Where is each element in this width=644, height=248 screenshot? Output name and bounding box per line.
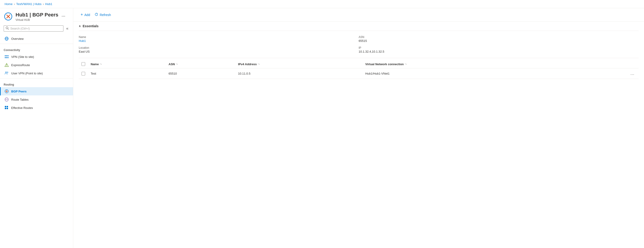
breadcrumb-sep-1: › [14,2,15,6]
svg-rect-11 [5,57,6,58]
sidebar-item-effective-routes[interactable]: Effective Routes [0,104,73,112]
row-name: Test [88,68,166,79]
routing-section-label: Routing [0,79,73,87]
select-all-checkbox[interactable] [82,62,85,66]
expressroute-icon [4,63,9,67]
collapse-sidebar-button[interactable]: « [65,25,69,32]
sidebar-item-bgp-peers[interactable]: BGP Peers [0,87,73,95]
sort-ipv4-icon[interactable]: ↑↓ [258,63,260,65]
page-title: Hub1 | BGP Peers ... [16,12,69,18]
essentials-asn: ASN 65515 [359,34,639,44]
main-layout: Hub1 | BGP Peers ... Virtual HUB « [0,8,644,248]
row-asn: 65510 [166,68,235,79]
svg-rect-29 [7,108,8,109]
essentials-asn-value: 65515 [359,39,636,42]
essentials-asn-label: ASN [359,35,636,39]
sidebar-item-route-tables[interactable]: Route Tables [0,95,73,104]
svg-point-16 [6,66,7,66]
svg-point-17 [6,72,7,73]
add-icon: + [80,12,83,17]
essentials-header[interactable]: ∧ Essentials [79,21,638,31]
th-checkbox [79,60,88,68]
svg-point-18 [7,72,8,73]
breadcrumb-hub1[interactable]: Hub1 [45,2,52,6]
sidebar-item-route-tables-label: Route Tables [11,98,28,101]
ellipsis-button[interactable]: ... [60,12,67,18]
sidebar-item-overview-label: Overview [11,37,24,40]
nav-divider-2 [0,78,73,78]
essentials-title: Essentials [83,24,98,28]
svg-rect-27 [7,106,8,107]
sort-name-icon[interactable]: ↑↓ [100,63,102,65]
hub-subtitle: Virtual HUB [16,18,69,21]
search-box[interactable] [4,25,64,31]
content-area: + Add Refresh ∧ Essentials [73,8,644,248]
essentials-name-link[interactable]: Hub1 [79,39,86,42]
sidebar-search-area: « [0,23,73,34]
essentials-ip-value: 10.1.32.4,10.1.32.5 [359,50,636,53]
breadcrumb: Home › TestVWAN1 | Hubs › Hub1 [0,0,644,8]
sidebar-item-user-vpn[interactable]: User VPN (Point to site) [0,69,73,77]
essentials-name-value: Hub1 [79,39,356,42]
row-ipv4: 10.11.0.5 [235,68,363,79]
effective-routes-icon [4,105,9,110]
sidebar: Hub1 | BGP Peers ... Virtual HUB « [0,8,73,248]
essentials-ip-label: IP [359,46,636,49]
hub-icon-svg [4,12,12,20]
sort-vnet-icon[interactable]: ↑↓ [405,63,407,65]
breadcrumb-vwan[interactable]: TestVWAN1 | Hubs [16,2,42,6]
essentials-location: Location East US [79,44,359,55]
svg-rect-13 [8,57,8,58]
sidebar-item-expressroute-label: ExpressRoute [11,63,30,67]
hub-title-block: Hub1 | BGP Peers ... Virtual HUB [16,12,69,21]
add-button[interactable]: + Add [79,11,92,18]
hub-icon [4,12,13,21]
svg-rect-9 [6,55,7,56]
bgp-peers-table: Name ↑↓ ASN ↑↓ IPv4 Addr [79,60,638,79]
toolbar: + Add Refresh [73,8,644,21]
row-actions-cell: … [581,68,638,79]
th-name: Name ↑↓ [88,60,166,68]
svg-rect-12 [6,57,7,58]
sidebar-item-overview[interactable]: Overview [0,34,73,43]
route-tables-icon [4,97,9,102]
row-actions-button[interactable]: … [629,71,636,76]
search-input[interactable] [10,27,61,30]
sidebar-nav: Overview Connectivity VPN (Site to si [0,34,73,113]
sidebar-item-user-vpn-label: User VPN (Point to site) [11,72,43,75]
svg-rect-26 [5,106,6,107]
svg-rect-8 [5,55,6,56]
th-actions [581,60,638,68]
essentials-collapse-icon: ∧ [79,24,81,28]
table-row: Test 65510 10.11.0.5 Hub1/Hub1-VNet1 … [79,68,638,79]
th-vnet: Virtual Network connection ↑↓ [362,60,581,68]
vpn-icon [4,54,9,59]
row-vnet: Hub1/Hub1-VNet1 [362,68,581,79]
svg-rect-10 [8,55,8,56]
refresh-button[interactable]: Refresh [93,11,113,18]
svg-point-24 [6,99,7,100]
refresh-icon [94,12,98,17]
svg-line-4 [8,29,9,29]
svg-rect-28 [5,108,6,109]
nav-divider-1 [0,44,73,44]
row-checkbox-cell [79,68,88,79]
sidebar-item-effective-routes-label: Effective Routes [11,106,33,110]
row-checkbox[interactable] [82,72,85,75]
svg-point-23 [6,99,6,100]
sidebar-header: Hub1 | BGP Peers ... Virtual HUB [0,8,73,23]
sidebar-item-expressroute[interactable]: ExpressRoute [0,61,73,69]
sort-asn-icon[interactable]: ↑↓ [176,63,178,65]
search-icon [6,26,9,30]
essentials-grid: Name Hub1 ASN 65515 Location East US [79,31,638,58]
connectivity-section-label: Connectivity [0,45,73,53]
globe-icon [4,36,9,41]
essentials-name: Name Hub1 [79,34,359,44]
essentials-ip: IP 10.1.32.4,10.1.32.5 [359,44,639,55]
user-vpn-icon [4,71,9,75]
essentials-section: ∧ Essentials Name Hub1 ASN 65515 [73,21,644,58]
svg-point-25 [7,99,8,100]
sidebar-item-vpn[interactable]: VPN (Site to site) [0,53,73,61]
breadcrumb-home[interactable]: Home [4,2,12,6]
breadcrumb-sep-2: › [43,2,44,6]
